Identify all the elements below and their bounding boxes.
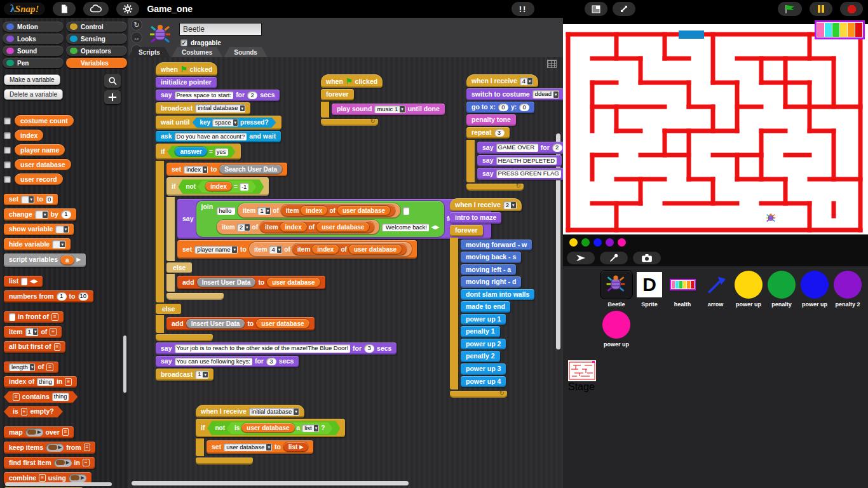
block-input[interactable] xyxy=(21,278,27,285)
block-dropdown[interactable]: ▾ xyxy=(55,226,69,233)
script-stack[interactable]: when I receiveinitial database▾ifnotisus… xyxy=(196,405,345,466)
make-variable-button[interactable]: Make a variable xyxy=(4,74,60,85)
file-menu-button[interactable] xyxy=(53,2,76,16)
block-input[interactable]: Welcome back! xyxy=(382,224,428,231)
stage-size-button[interactable] xyxy=(585,2,607,16)
block-input[interactable]: yes xyxy=(215,148,228,156)
c-block-header[interactable]: ifanswer=yes xyxy=(156,144,241,159)
block-input[interactable]: 0 xyxy=(46,196,53,203)
category-variables[interactable]: Variables xyxy=(66,58,127,68)
reporter-block[interactable]: itemindexofuser database xyxy=(260,221,374,233)
predicate-block[interactable]: notisuser databasealist▾? xyxy=(207,421,340,435)
script-block[interactable]: change ▾by1 xyxy=(4,208,76,220)
health-bar-sprite[interactable] xyxy=(815,20,865,39)
script-block[interactable]: sayGAME OVER for2secs xyxy=(477,142,563,153)
cloud-menu-button[interactable] xyxy=(83,2,109,16)
variable-watcher-checkbox[interactable] xyxy=(4,118,11,125)
script-block[interactable]: sayYou can use following keys:for3secs xyxy=(156,356,299,367)
watcher-dot[interactable] xyxy=(581,238,590,247)
category-pen[interactable]: Pen xyxy=(3,58,64,68)
paint-sprite-button[interactable] xyxy=(600,252,628,264)
stage[interactable] xyxy=(563,18,868,234)
reporter-block[interactable]: user database xyxy=(256,319,309,329)
variable-watcher-checkbox[interactable] xyxy=(4,132,11,139)
script-block[interactable]: script variablesa▶ xyxy=(4,254,86,267)
predicate-block[interactable]: answer=yes xyxy=(167,146,235,158)
c-block[interactable]: ifanswer=yessetindex▾toSearch User Datai… xyxy=(156,144,491,341)
block-dropdown[interactable]: 1▾ xyxy=(195,370,208,378)
reporter-block[interactable]: item1▾ofitemindexofuser database xyxy=(238,203,400,218)
script-block[interactable]: penalty 1 xyxy=(461,326,500,337)
script-block[interactable]: when I receive4▾ xyxy=(466,74,538,87)
script-block[interactable]: all but first of≡ xyxy=(4,341,65,353)
corral-item-Beetle[interactable]: Beetle xyxy=(600,270,633,308)
camera-sprite-button[interactable] xyxy=(633,252,661,264)
script-block[interactable]: askDo you have an account?and wait xyxy=(156,131,281,142)
category-looks[interactable]: Looks xyxy=(3,34,64,44)
script-block[interactable]: hide variable ▾ xyxy=(4,238,71,250)
reporter-block[interactable]: index xyxy=(205,182,232,191)
category-sound[interactable]: Sound xyxy=(3,46,64,56)
block-dropdown[interactable]: 1▾ xyxy=(257,207,271,215)
settings-menu-button[interactable] xyxy=(116,2,139,16)
script-stack[interactable]: when I receive4▾switch to costumeddead▾g… xyxy=(466,74,563,192)
reporter-block[interactable]: Insert User Data xyxy=(186,319,245,329)
block-input[interactable] xyxy=(9,313,15,321)
c-block[interactable]: repeat3sayGAME OVER for2secssayHEALTH DE… xyxy=(466,127,563,191)
reporter-block[interactable]: itemindexofuser database xyxy=(281,205,395,217)
block-dropdown[interactable]: 4▾ xyxy=(269,246,282,254)
block-dropdown[interactable]: initial database▾ xyxy=(195,104,245,112)
script-block[interactable]: when I receiveinitial database▾ xyxy=(196,405,304,417)
predicate-block[interactable]: index=-1 xyxy=(198,180,256,193)
script-block[interactable]: setindex▾toSearch User Data xyxy=(166,163,287,176)
predicate-block[interactable]: isuser databasealist▾? xyxy=(227,422,332,434)
script-block[interactable]: addInsert User Datatouser database xyxy=(166,317,315,330)
draggable-checkbox[interactable]: ✓ xyxy=(180,39,187,46)
script-block[interactable]: penalty tone xyxy=(466,114,516,126)
script-block[interactable]: ≡containsthing xyxy=(4,391,78,402)
tab-costumes[interactable]: Costumes xyxy=(172,47,222,57)
script-block[interactable]: initialize pointer xyxy=(156,77,217,88)
green-flag-button[interactable] xyxy=(778,2,802,16)
block-dropdown[interactable]: space▾ xyxy=(212,119,238,126)
block-number-input[interactable]: 1 xyxy=(57,292,67,300)
block-dropdown[interactable]: player name▾ xyxy=(194,246,238,254)
script-block[interactable]: item1▾of≡ xyxy=(4,326,62,337)
pause-button[interactable] xyxy=(810,2,832,16)
predicate-block[interactable]: notindex=-1 xyxy=(178,179,264,194)
corral-item-arrow[interactable]: arrow xyxy=(699,270,732,308)
script-block[interactable]: dont slam into walls xyxy=(461,289,534,301)
block-number-input[interactable]: 3 xyxy=(494,129,505,137)
reporter-block[interactable]: list▶ xyxy=(283,442,309,452)
script-block[interactable]: sayPRESS GREEN FLAG xyxy=(477,168,563,179)
extend-arrow-icon[interactable]: ▶ xyxy=(299,445,303,451)
c-block-header[interactable]: forever xyxy=(450,225,483,236)
extend-arrows-icon[interactable]: ◀▶ xyxy=(30,279,37,285)
script-block[interactable]: broadcast1▾ xyxy=(156,369,214,380)
ring-slot[interactable]: ▶ xyxy=(69,474,86,482)
stop-button[interactable] xyxy=(840,2,863,16)
fullscreen-button[interactable] xyxy=(613,2,635,16)
block-dropdown[interactable]: 2▾ xyxy=(237,224,250,231)
script-stack[interactable]: when⚑clickedforeverplay soundmusic 1▾unt… xyxy=(321,74,445,127)
script-block[interactable]: broadcastinitial database▾ xyxy=(156,102,250,114)
script-block[interactable]: when I receive2▾ xyxy=(450,198,522,211)
tab-sounds[interactable]: Sounds xyxy=(224,47,268,57)
block-number-input[interactable]: 10 xyxy=(78,292,89,300)
c-block[interactable]: foreverplay soundmusic 1▾until done↻ xyxy=(321,89,445,126)
reporter-block[interactable]: itemindexofuser database xyxy=(292,243,407,255)
reporter-block[interactable]: user database xyxy=(267,278,320,287)
corral-item-power-up[interactable]: power up xyxy=(798,270,831,308)
script-block[interactable]: switch to costumeddead▾ xyxy=(466,88,563,100)
block-input[interactable]: HEALTH DEPLETED xyxy=(496,157,557,165)
ring-slot[interactable]: ▶ xyxy=(25,428,43,437)
script-block[interactable]: map▶over≡ xyxy=(4,426,74,438)
script-block[interactable]: intro to maze xyxy=(450,212,501,224)
block-number-input[interactable]: 2 xyxy=(552,144,562,151)
script-block[interactable]: power up 4 xyxy=(461,376,506,388)
script-block[interactable]: moving left - a xyxy=(461,264,516,276)
else-label[interactable]: else xyxy=(156,304,181,314)
grid-icon[interactable] xyxy=(547,60,557,68)
script-block[interactable]: moving back - s xyxy=(461,252,521,263)
script-block[interactable]: numbers from1to10 xyxy=(4,290,93,302)
